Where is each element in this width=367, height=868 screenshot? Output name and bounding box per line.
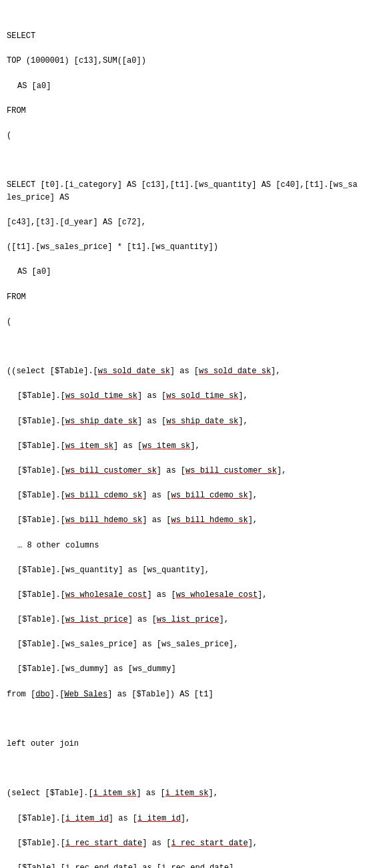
line-select-outer: SELECT xyxy=(7,30,360,43)
line-blank-4 xyxy=(7,763,360,775)
line-blank-3 xyxy=(7,713,360,726)
line-i-rec-end-date: [$Table].[i_rec_end_date] as [i_rec_end_… xyxy=(7,862,360,868)
line-blank-1 xyxy=(7,154,360,167)
line-as-a0-inner: AS [a0] xyxy=(7,266,360,278)
line-ws-quantity: [$Table].[ws_quantity] as [ws_quantity], xyxy=(7,564,360,577)
line-as-a0-outer: AS [a0] xyxy=(7,80,360,93)
line-ws-bill-hdemo: [$Table].[ws_bill_hdemo_sk] as [ws_bill_… xyxy=(7,514,360,527)
line-select-item: (select [$Table].[i_item_sk] as [i_item_… xyxy=(7,787,360,800)
line-i-item-id: [$Table].[i_item_id] as [i_item_id], xyxy=(7,813,360,825)
line-from-dbo-web-sales: from [dbo].[Web_Sales] as [$Table]) AS [… xyxy=(7,688,360,701)
line-ws-wholesale-cost: [$Table].[ws_wholesale_cost] as [ws_whol… xyxy=(7,589,360,602)
line-ws-list-price: [$Table].[ws_list_price] as [ws_list_pri… xyxy=(7,614,360,626)
line-ws-bill-cdemo: [$Table].[ws_bill_cdemo_sk] as [ws_bill_… xyxy=(7,489,360,502)
line-top: TOP (1000001) [c13],SUM([a0]) xyxy=(7,55,360,67)
line-paren-open-outer: ( xyxy=(7,130,360,142)
line-ws-bill-customer: [$Table].[ws_bill_customer_sk] as [ws_bi… xyxy=(7,465,360,477)
line-ws-sold-time: [$Table].[ws_sold_time_sk] as [ws_sold_t… xyxy=(7,390,360,403)
sql-code-block: SELECT TOP (1000001) [c13],SUM([a0]) AS … xyxy=(0,0,367,868)
line-i-rec-start-date: [$Table].[i_rec_start_date] as [i_rec_st… xyxy=(7,837,360,850)
line-select-inner: SELECT [t0].[i_category] AS [c13],[t1].[… xyxy=(7,179,360,204)
line-ws-sales-price-calc: ([t1].[ws_sales_price] * [t1].[ws_quanti… xyxy=(7,241,360,254)
line-ws-sales-price: [$Table].[ws_sales_price] as [ws_sales_p… xyxy=(7,638,360,651)
line-ws-ship-date: [$Table].[ws_ship_date_sk] as [ws_ship_d… xyxy=(7,415,360,428)
line-ws-dummy: [$Table].[ws_dummy] as [ws_dummy] xyxy=(7,663,360,676)
line-left-outer-join-1: left outer join xyxy=(7,738,360,750)
line-8-other-web-sales: … 8 other columns xyxy=(7,539,360,552)
line-paren-open-inner: ( xyxy=(7,316,360,329)
line-from-outer: FROM xyxy=(7,105,360,118)
line-select-inner-2: [c43],[t3].[d_year] AS [c72], xyxy=(7,216,360,229)
line-select-table: ((select [$Table].[ws_sold_date_sk] as [… xyxy=(7,365,360,378)
line-ws-item-sk: [$Table].[ws_item_sk] as [ws_item_sk], xyxy=(7,440,360,453)
line-blank-2 xyxy=(7,341,360,353)
line-from-inner: FROM xyxy=(7,291,360,304)
